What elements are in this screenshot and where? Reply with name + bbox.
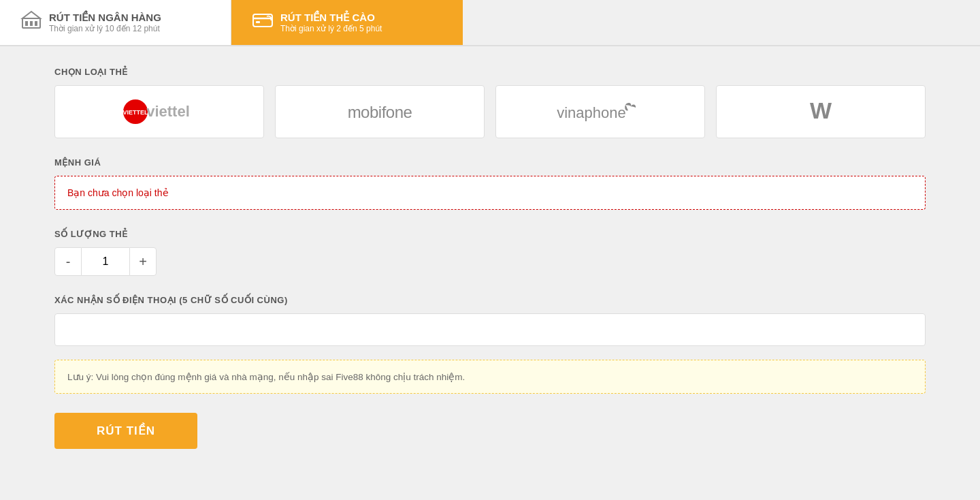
svg-text:VIETTEL: VIETTEL [122, 109, 148, 116]
carrier-vietnamobile[interactable]: W [716, 85, 926, 138]
svg-rect-3 [30, 21, 33, 26]
carrier-viettel[interactable]: VIETTEL viettel [54, 85, 264, 138]
quantity-container: - + [54, 247, 926, 276]
phone-input[interactable] [54, 313, 926, 346]
svg-text:viettel: viettel [146, 103, 190, 120]
phone-label: XÁC NHẬN SỐ ĐIỆN THOẠI (5 CHỮ SỐ CUỐI CÙ… [54, 295, 926, 305]
svg-marker-1 [22, 12, 40, 18]
menh-gia-error-box: Bạn chưa chọn loại thẻ [54, 176, 926, 210]
qty-minus-button[interactable]: - [54, 247, 82, 276]
submit-button[interactable]: RÚT TIỀN [54, 413, 197, 449]
tab-ngan-hang-title: RÚT TIỀN NGÂN HÀNG [49, 12, 161, 24]
svg-text:W: W [810, 98, 832, 123]
main-content: CHỌN LOẠI THẺ VIETTEL viettel mobifone v… [0, 46, 980, 469]
tab-ngan-hang[interactable]: RÚT TIỀN NGÂN HÀNG Thời gian xử lý 10 đế… [0, 0, 231, 45]
carrier-options: VIETTEL viettel mobifone vinaphone W [54, 85, 926, 138]
menh-gia-error-text: Bạn chưa chọn loại thẻ [67, 187, 169, 198]
tab-ngan-hang-text: RÚT TIỀN NGÂN HÀNG Thời gian xử lý 10 đế… [49, 12, 161, 33]
qty-input[interactable] [82, 247, 129, 276]
bank-icon [20, 10, 42, 35]
card-icon [252, 10, 274, 35]
tab-the-cao[interactable]: RÚT TIỀN THẺ CÀO Thời gian xử lý 2 đến 5… [231, 0, 463, 45]
vietnamobile-logo: W [787, 98, 855, 125]
svg-rect-4 [35, 21, 37, 26]
tab-ngan-hang-subtitle: Thời gian xử lý 10 đến 12 phút [49, 24, 161, 33]
note-box: Lưu ý: Vui lòng chọn đúng mệnh giá và nh… [54, 360, 926, 394]
carrier-vinaphone[interactable]: vinaphone [495, 85, 705, 138]
svg-rect-2 [25, 21, 28, 26]
carrier-mobifone[interactable]: mobifone [275, 85, 485, 138]
tabs-container: RÚT TIỀN NGÂN HÀNG Thời gian xử lý 10 đế… [0, 0, 980, 46]
mobifone-logo: mobifone [336, 98, 424, 125]
svg-rect-7 [256, 21, 260, 23]
svg-text:mobifone: mobifone [348, 103, 412, 121]
tab-the-cao-subtitle: Thời gian xử lý 2 đến 5 phút [280, 24, 382, 33]
menh-gia-label: MỆNH GIÁ [54, 157, 926, 168]
vinaphone-logo: vinaphone [549, 98, 651, 125]
qty-plus-button[interactable]: + [129, 247, 157, 276]
tab-the-cao-text: RÚT TIỀN THẺ CÀO Thời gian xử lý 2 đến 5… [280, 12, 382, 33]
so-luong-label: SỐ LƯỢNG THẺ [54, 229, 926, 239]
viettel-logo: VIETTEL viettel [122, 98, 197, 125]
svg-text:vinaphone: vinaphone [557, 104, 626, 121]
chon-loai-the-label: CHỌN LOẠI THẺ [54, 67, 926, 77]
note-text: Lưu ý: Vui lòng chọn đúng mệnh giá và nh… [67, 372, 465, 382]
tab-the-cao-title: RÚT TIỀN THẺ CÀO [280, 12, 382, 24]
